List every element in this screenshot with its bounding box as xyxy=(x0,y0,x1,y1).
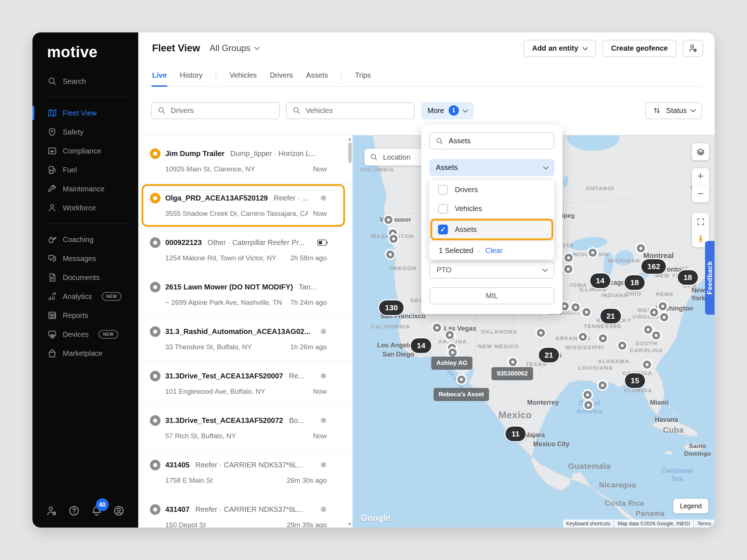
asset-map-marker[interactable] xyxy=(390,235,398,243)
map-cluster-count[interactable]: 15 xyxy=(625,373,645,388)
map-cluster-count[interactable]: 21 xyxy=(601,309,621,323)
asset-map-marker[interactable] xyxy=(433,324,441,332)
asset-list-item[interactable]: Olga_PRD_ACEA13AF520129Reefer · ...❄3555… xyxy=(138,183,352,228)
asset-map-marker[interactable] xyxy=(457,376,465,384)
tab-assets[interactable]: Assets xyxy=(306,71,328,86)
asset-map-marker[interactable] xyxy=(659,302,667,310)
asset-map-marker[interactable] xyxy=(599,334,607,342)
sidebar-item-coaching[interactable]: Coaching xyxy=(32,230,138,249)
asset-map-marker[interactable] xyxy=(637,244,645,252)
asset-map-marker[interactable] xyxy=(564,265,572,273)
asset-name-chip[interactable]: Ashley AG xyxy=(431,357,472,370)
drivers-search-input[interactable]: Drivers xyxy=(151,102,280,119)
tab-trips[interactable]: Trips xyxy=(355,71,371,86)
keyboard-shortcuts-link[interactable]: Keyboard shortcuts xyxy=(563,520,614,528)
more-filters-button[interactable]: More 1 xyxy=(421,102,474,119)
asset-list-item[interactable]: 000922123Other · Caterpillar Reefer Pr..… xyxy=(138,228,352,272)
sidebar-item-search[interactable]: Search xyxy=(32,72,138,91)
notifications-button[interactable]: 40 xyxy=(90,505,103,517)
map-cluster-count[interactable]: 21 xyxy=(539,348,559,362)
map-cluster-count[interactable]: 11 xyxy=(506,427,525,441)
manage-users-button[interactable] xyxy=(683,40,703,57)
scroll-thumb[interactable] xyxy=(348,143,352,163)
help-button[interactable] xyxy=(68,505,80,517)
mil-filter-button[interactable]: MIL xyxy=(429,287,554,304)
asset-list-item[interactable]: 31.3Drive_Test_ACEA13AF520072Bo...❄57 Ri… xyxy=(138,406,352,450)
asset-name-chip[interactable]: Rebeca's Asset xyxy=(433,388,489,401)
map-cluster-count[interactable]: 14 xyxy=(411,338,431,353)
pto-filter-select[interactable]: PTO xyxy=(429,261,554,279)
entity-option-drivers[interactable]: Drivers xyxy=(429,180,554,199)
tab-history[interactable]: History xyxy=(180,71,202,86)
asset-map-marker[interactable] xyxy=(599,381,607,389)
sidebar-item-marketplace[interactable]: Marketplace xyxy=(32,344,138,363)
map-cluster-count[interactable]: 18 xyxy=(624,275,645,290)
admin-settings-button[interactable] xyxy=(46,505,58,517)
feedback-tab[interactable]: Feedback xyxy=(705,241,715,315)
map-cluster-count[interactable]: 14 xyxy=(590,273,610,288)
asset-name-chip[interactable]: 935300062 xyxy=(492,367,533,380)
asset-list-item[interactable]: 431405Reefer · CARRIER NDK537*6L...❄1758… xyxy=(138,450,352,495)
asset-map-marker[interactable] xyxy=(449,349,457,357)
asset-map-marker[interactable] xyxy=(384,216,392,224)
vehicles-search-input[interactable]: Vehicles xyxy=(286,102,415,119)
recenter-button[interactable] xyxy=(692,213,709,230)
asset-map-marker[interactable] xyxy=(644,326,652,334)
layers-button[interactable] xyxy=(692,143,709,160)
asset-map-marker[interactable] xyxy=(582,308,591,316)
sidebar-item-fuel[interactable]: Fuel xyxy=(32,160,138,179)
entity-option-assets[interactable]: ✓Assets xyxy=(429,218,554,241)
zoom-in-button[interactable]: + xyxy=(692,168,709,185)
checkbox-unchecked[interactable] xyxy=(438,204,448,214)
asset-list-item[interactable]: 2615 Lawn Mower (DO NOT MODIFY)Tan...~ 2… xyxy=(138,272,352,317)
entity-type-select[interactable]: Assets xyxy=(429,159,554,176)
asset-map-marker[interactable] xyxy=(618,342,626,350)
sidebar-item-workforce[interactable]: Workforce xyxy=(32,198,138,217)
asset-map-marker[interactable] xyxy=(509,358,517,366)
asset-map-marker[interactable] xyxy=(584,391,592,399)
asset-map-marker[interactable] xyxy=(386,250,394,258)
asset-map-marker[interactable] xyxy=(650,308,658,316)
map-cluster-count[interactable]: 162 xyxy=(642,259,666,274)
asset-map-marker[interactable] xyxy=(584,401,592,409)
list-scrollbar[interactable]: ▲▼ xyxy=(347,135,352,528)
asset-map-marker[interactable] xyxy=(589,249,597,257)
assets-search-input[interactable]: Assets xyxy=(429,132,554,149)
checkbox-unchecked[interactable] xyxy=(438,185,448,195)
sidebar-item-maintenance[interactable]: Maintenance xyxy=(32,179,138,198)
map-cluster-count[interactable]: 130 xyxy=(379,300,404,315)
asset-list-item[interactable]: 431407Reef­er · CARRIER NDK537*6L...❄150… xyxy=(138,495,352,528)
sidebar-item-devices[interactable]: DevicesNEW xyxy=(32,325,138,344)
asset-map-marker[interactable] xyxy=(537,329,545,337)
asset-map-marker[interactable] xyxy=(446,331,454,339)
group-selector[interactable]: All Groups xyxy=(210,43,259,53)
add-entity-button[interactable]: Add an entity xyxy=(523,40,596,57)
checkbox-checked[interactable]: ✓ xyxy=(438,225,448,234)
tab-vehicles[interactable]: Vehicles xyxy=(229,71,257,86)
asset-map-marker[interactable] xyxy=(643,361,651,369)
entity-option-vehicles[interactable]: Vehicles xyxy=(429,199,554,218)
sidebar-item-safety[interactable]: Safety xyxy=(32,122,138,141)
asset-map-marker[interactable] xyxy=(565,254,573,262)
tab-live[interactable]: Live xyxy=(152,71,167,86)
map-cluster-count[interactable]: 18 xyxy=(678,270,698,285)
sidebar-item-reports[interactable]: Reports xyxy=(32,306,138,325)
asset-map-marker[interactable] xyxy=(652,331,660,339)
status-sort-button[interactable]: Status xyxy=(645,102,702,119)
asset-map-marker[interactable] xyxy=(572,303,580,311)
tab-drivers[interactable]: Drivers xyxy=(270,71,293,86)
clear-selection-link[interactable]: Clear xyxy=(485,246,503,255)
terms-link[interactable]: Terms xyxy=(694,520,715,528)
sidebar-item-fleet-view[interactable]: Fleet View xyxy=(32,104,138,122)
asset-list-item[interactable]: Jim Dump TrailerDump_tipper · Horizon L.… xyxy=(138,139,352,183)
asset-list-item[interactable]: 31.3Drive_Test_ACEA13AF520007Re...❄101 E… xyxy=(138,361,352,406)
sidebar-item-analytics[interactable]: AnalyticsNEW xyxy=(32,287,138,306)
create-geofence-button[interactable]: Create geofence xyxy=(602,40,677,57)
asset-map-marker[interactable] xyxy=(579,333,587,341)
legend-button[interactable]: Legend xyxy=(673,499,708,513)
scroll-up-arrow[interactable]: ▲ xyxy=(348,137,352,141)
asset-list-item[interactable]: 31.3_Rashid_Automation_ACEA13AG02...❄33 … xyxy=(138,317,352,361)
sidebar-item-compliance[interactable]: Compliance xyxy=(32,141,138,160)
zoom-out-button[interactable]: − xyxy=(692,185,709,202)
sidebar-item-documents[interactable]: Documents xyxy=(32,268,138,287)
